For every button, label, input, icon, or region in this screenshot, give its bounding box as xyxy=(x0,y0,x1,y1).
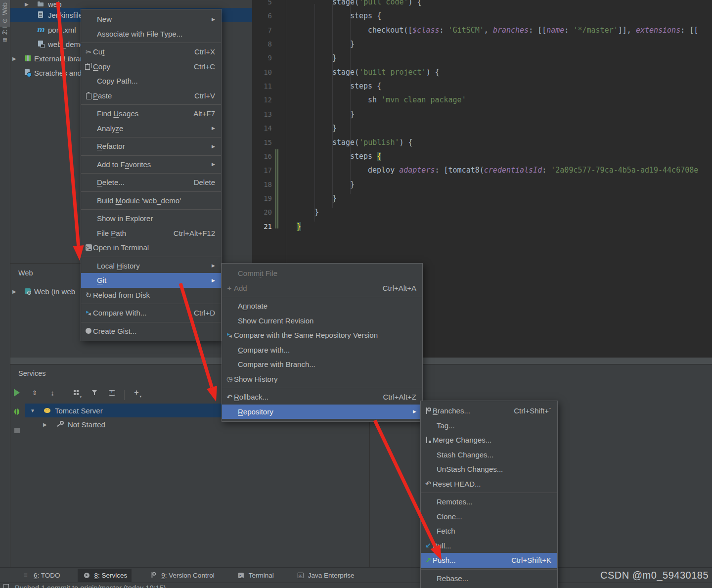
menu-item-show-in-explorer[interactable]: Show in Explorer xyxy=(81,211,221,226)
menu-item-shortcut: Ctrl+V xyxy=(194,91,215,100)
menu-item-branches[interactable]: Branches...Ctrl+Shift+` xyxy=(421,404,557,418)
menu-item-new[interactable]: New▶ xyxy=(81,12,221,27)
menu-item-find-usages[interactable]: Find UsagesAlt+F7 xyxy=(81,106,221,121)
menu-item-rebase[interactable]: Rebase... xyxy=(421,571,557,586)
jenkins-file-icon xyxy=(36,10,45,19)
matched-brace: { xyxy=(377,152,381,161)
menu-item-unstash-changes[interactable]: UnStash Changes... xyxy=(421,462,557,477)
code-token: ) { xyxy=(426,68,440,77)
run-button[interactable] xyxy=(12,388,21,397)
menu-item-add[interactable]: AddCtrl+Alt+A xyxy=(222,281,422,296)
compare-icon xyxy=(84,309,93,317)
toolbar-separator xyxy=(66,390,66,400)
menu-item-file-path[interactable]: File PathCtrl+Alt+F12 xyxy=(81,226,221,241)
menu-item-label: Create Gist... xyxy=(93,327,206,335)
menu-item-label: Copy xyxy=(93,62,185,71)
line-number: 12 xyxy=(252,93,272,107)
menu-item-local-history[interactable]: Local History▶ xyxy=(81,259,221,273)
group-by-button[interactable] xyxy=(72,388,81,397)
tab-label: 8: Services xyxy=(94,572,128,579)
menu-item-copy[interactable]: CopyCtrl+C xyxy=(81,59,221,74)
code-token: stage( xyxy=(332,0,359,6)
services-tab-icon xyxy=(83,571,90,579)
menu-item-label: Reset HEAD... xyxy=(433,480,542,488)
menu-item-label: Add xyxy=(234,284,374,292)
menu-item-create-gist[interactable]: Create Gist... xyxy=(81,324,221,339)
menu-item-paste[interactable]: PasteCtrl+V xyxy=(81,89,221,103)
expand-all-button[interactable] xyxy=(30,388,39,397)
module-icon xyxy=(36,40,45,48)
chevron-right-icon[interactable]: ▶ xyxy=(43,422,47,427)
menu-item-add-to-favorites[interactable]: Add to Favorites▶ xyxy=(81,157,221,172)
tab-6-todo[interactable]: 6: TODO xyxy=(17,569,65,582)
code-string: 'mvn clean package' xyxy=(381,95,466,104)
code-key: name xyxy=(546,26,564,35)
tab-terminal[interactable]: Terminal xyxy=(232,569,278,582)
menu-item-compare-with[interactable]: Compare With...Ctrl+D xyxy=(81,306,221,320)
menu-item-build-module-web-demo[interactable]: Build Module 'web_demo' xyxy=(81,193,221,208)
menu-item-label: Analyze xyxy=(97,124,198,133)
code-line: 7checkout([$class: 'GitSCM', branches: [… xyxy=(252,23,712,37)
filter-button[interactable] xyxy=(90,388,99,397)
menu-item-compare-with[interactable]: Compare with... xyxy=(222,343,422,358)
menu-item-open-in-terminal[interactable]: Open in Terminal xyxy=(81,240,221,255)
menu-item-fetch[interactable]: Fetch xyxy=(421,524,557,539)
chevron-down-icon[interactable]: ▼ xyxy=(30,408,35,413)
branch-icon xyxy=(150,571,157,579)
line-number: 10 xyxy=(252,65,272,79)
code-key: $class xyxy=(412,26,439,35)
menu-item-remotes[interactable]: Remotes... xyxy=(421,495,557,509)
stripe-item-web[interactable]: Web xyxy=(0,0,10,27)
menu-item-reload-from-disk[interactable]: Reload from Disk xyxy=(81,288,221,303)
collapse-all-button[interactable] xyxy=(48,388,57,397)
menu-item-git[interactable]: Git▶ xyxy=(81,273,221,288)
code-text: stage('pull code') { xyxy=(297,0,422,9)
menu-item-cut[interactable]: CutCtrl+X xyxy=(81,45,221,59)
javaee-icon xyxy=(296,571,304,579)
menu-item-label: Stash Changes... xyxy=(437,451,542,459)
push-icon xyxy=(424,556,433,565)
menu-item-delete[interactable]: Delete...Delete xyxy=(81,175,221,190)
menu-item-show-current-revision[interactable]: Show Current Revision xyxy=(222,314,422,328)
chevron-right-icon[interactable]: ▶ xyxy=(25,1,29,7)
menu-item-push[interactable]: Push...Ctrl+Shift+K xyxy=(421,553,557,568)
tab-9-version-control[interactable]: 9: Version Control xyxy=(144,569,219,582)
menu-item-clone[interactable]: Clone... xyxy=(421,509,557,524)
menu-item-tag[interactable]: Tag... xyxy=(421,418,557,433)
code-string: 'built project' xyxy=(359,68,426,77)
menu-item-copy-path[interactable]: Copy Path... xyxy=(81,74,221,89)
menu-item-rollback[interactable]: Rollback...Ctrl+Alt+Z xyxy=(222,390,422,405)
menu-item-refactor[interactable]: Refactor▶ xyxy=(81,139,221,154)
menu-item-compare-with-the-same-repository-version[interactable]: Compare with the Same Repository Version xyxy=(222,328,422,343)
menu-item-annotate[interactable]: Annotate xyxy=(222,299,422,314)
code-line: 16steps { xyxy=(252,149,712,163)
chevron-right-icon[interactable]: ▶ xyxy=(12,289,16,294)
code-token: ) { xyxy=(408,0,422,6)
code-text: checkout([$class: 'GitSCM', branches: [[… xyxy=(297,23,698,37)
favorites-icon xyxy=(2,37,7,43)
menu-item-associate-with-file-type[interactable]: Associate with File Type... xyxy=(81,27,221,42)
tab-8-services[interactable]: 8: Services xyxy=(78,569,132,582)
menu-item-stash-changes[interactable]: Stash Changes... xyxy=(421,448,557,462)
chevron-right-icon[interactable]: ▶ xyxy=(12,56,16,61)
menu-item-analyze[interactable]: Analyze▶ xyxy=(81,121,221,136)
code-line: 17deploy adapters: [tomcat8(credentialsI… xyxy=(252,163,712,177)
menu-item-reset-head[interactable]: Reset HEAD... xyxy=(421,477,557,492)
menu-item-merge-changes[interactable]: Merge Changes... xyxy=(421,433,557,448)
tab-java-enterprise[interactable]: Java Enterprise xyxy=(291,569,359,582)
menu-item-repository[interactable]: Repository▶ xyxy=(222,405,422,419)
menu-item-compare-with-branch[interactable]: Compare with Branch... xyxy=(222,357,422,372)
menu-item-commit-file[interactable]: Commit File xyxy=(222,266,422,281)
menu-item-pull[interactable]: Pull... xyxy=(421,539,557,553)
stop-button[interactable] xyxy=(12,426,21,435)
debug-button[interactable] xyxy=(12,407,21,416)
add-button[interactable] xyxy=(132,388,141,397)
code-line: 9} xyxy=(252,51,712,65)
menu-separator xyxy=(81,137,221,137)
menu-item-label: Fetch xyxy=(437,527,542,535)
add-service-button[interactable] xyxy=(107,388,116,397)
menu-item-label: Refactor xyxy=(97,142,198,150)
menu-item-show-history[interactable]: Show History xyxy=(222,372,422,387)
commit-status-icon xyxy=(3,584,9,588)
maven-icon xyxy=(36,25,45,34)
